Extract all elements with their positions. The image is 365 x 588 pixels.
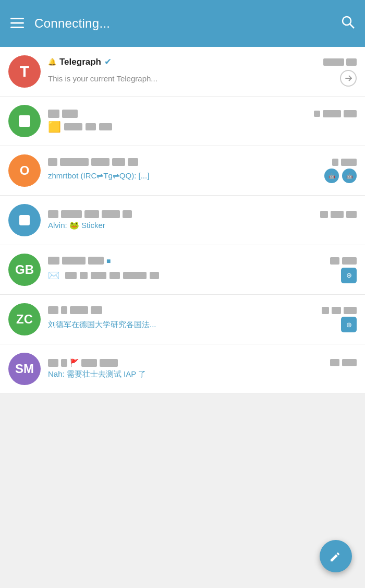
chat-name-row: 🔔 Telegraph ✔ — [48, 56, 323, 67]
chat-content: 🚩 Nah: 需要壮士去测试 IAP 了 — [48, 358, 357, 379]
time-blk3 — [346, 211, 357, 218]
bot-icon: ⊕ — [341, 317, 357, 332]
time-blk2 — [341, 159, 357, 166]
name-blocks — [48, 110, 78, 118]
compose-fab[interactable] — [320, 540, 352, 572]
name-blk — [112, 158, 125, 166]
name-blk — [60, 158, 89, 166]
time-blk — [330, 257, 339, 265]
chat-top — [48, 306, 357, 314]
chat-item[interactable]: GB ■ ✉️ — [0, 245, 365, 295]
name-blk — [48, 210, 58, 218]
timestamp-area — [323, 58, 357, 66]
forward-icon[interactable] — [340, 70, 357, 87]
time-blk2 — [331, 211, 344, 218]
svg-rect-2 — [10, 27, 24, 28]
name-blk — [62, 110, 78, 118]
name-blocks — [48, 306, 102, 314]
bot-icon: ⊕ — [341, 268, 357, 283]
chat-preview: zhmrtbot (IRC⇌Tg⇌QQ): [...] — [48, 171, 320, 181]
chat-content: zhmrtbot (IRC⇌Tg⇌QQ): [...] 🤖 🤖 — [48, 158, 357, 183]
preview-blk — [65, 272, 77, 279]
chat-content: ■ ✉️ — [48, 257, 357, 283]
time-blk3 — [344, 307, 357, 314]
avatar — [8, 204, 41, 236]
avatar: T — [8, 55, 41, 88]
name-blk — [48, 110, 59, 118]
chat-top — [48, 158, 357, 166]
chat-item[interactable]: ZC 刘德军在德国大学研究各国法... — [0, 295, 365, 344]
time-area — [322, 307, 357, 314]
avatar: SM — [8, 353, 41, 385]
chat-preview: Alvin: 🐸 Sticker — [48, 221, 357, 230]
name-blk — [48, 306, 58, 314]
avatar: O — [8, 154, 41, 187]
chat-top: 🚩 — [48, 358, 357, 367]
chat-bottom: 刘德军在德国大学研究各国法... ⊕ — [48, 317, 357, 332]
preview-row: ✉️ — [48, 270, 337, 281]
chat-item[interactable]: SM 🚩 Nah: 需要壮士去测试 IAP — [0, 344, 365, 394]
avatar: GB — [8, 254, 41, 286]
chat-content: 刘德军在德国大学研究各国法... ⊕ — [48, 306, 357, 332]
name-blk — [61, 359, 67, 367]
name-blk — [128, 158, 138, 166]
header: Connecting... — [0, 0, 365, 47]
time-blurred2 — [346, 58, 357, 66]
chat-top — [48, 210, 357, 218]
chat-top: ■ — [48, 257, 357, 265]
name-blocks: 🚩 — [48, 358, 118, 367]
avatar: ZC — [8, 303, 41, 335]
svg-rect-1 — [10, 22, 24, 23]
chat-item[interactable]: O zhmrtbot (IRC⇌Tg⇌QQ — [0, 146, 365, 196]
preview-blk — [64, 123, 82, 130]
time-blurred — [323, 58, 344, 66]
time-blk — [320, 211, 328, 218]
menu-icon[interactable] — [10, 16, 24, 32]
avatar — [8, 105, 41, 137]
svg-rect-0 — [10, 18, 24, 19]
time-blk — [322, 307, 329, 314]
bot-avatar: 🤖 — [324, 169, 339, 183]
preview-blk2 — [86, 123, 96, 130]
time-blk2 — [332, 307, 341, 314]
name-blk — [61, 306, 67, 314]
svg-line-4 — [350, 24, 354, 28]
time-blk2 — [323, 110, 341, 117]
chat-item[interactable]: 🟨 — [0, 97, 365, 146]
time-blk — [314, 111, 320, 117]
name-blocks — [48, 158, 138, 166]
envelope-icon: ✉️ — [48, 270, 59, 281]
time-blk — [330, 359, 339, 366]
preview-blk3 — [99, 123, 112, 130]
chat-item[interactable]: Alvin: 🐸 Sticker — [0, 196, 365, 245]
chat-bottom: Nah: 需要壮士去测试 IAP 了 — [48, 369, 357, 379]
chat-top — [48, 110, 357, 118]
name-blk — [91, 158, 110, 166]
name-blk — [88, 257, 104, 265]
chat-bottom: 🟨 — [48, 121, 357, 133]
name-blk — [102, 210, 120, 218]
telegram-icons: 🔔 — [48, 58, 56, 66]
preview-blk6 — [150, 272, 159, 279]
bot-avatar2: 🤖 — [342, 169, 357, 183]
chat-content: Alvin: 🐸 Sticker — [48, 210, 357, 230]
preview-row: 🟨 — [48, 121, 112, 133]
chat-top: 🔔 Telegraph ✔ — [48, 56, 357, 67]
name-blk — [81, 359, 97, 367]
name-blk — [48, 359, 58, 367]
avatar-inner — [19, 115, 30, 127]
name-blocks — [48, 210, 132, 218]
chat-list: T 🔔 Telegraph ✔ This is your current — [0, 47, 365, 394]
name-blk — [123, 210, 132, 218]
time-area — [330, 359, 357, 366]
chat-item[interactable]: T 🔔 Telegraph ✔ This is your current — [0, 47, 365, 97]
preview-blk2 — [80, 272, 88, 279]
blk-blue: ■ — [106, 257, 111, 265]
name-blk — [100, 359, 118, 367]
avatar-inner — [19, 215, 30, 225]
chat-name: Telegraph — [59, 57, 101, 67]
time-blk2 — [342, 257, 357, 265]
search-icon[interactable] — [341, 15, 355, 32]
name-blk — [61, 210, 82, 218]
time-area — [330, 257, 357, 265]
